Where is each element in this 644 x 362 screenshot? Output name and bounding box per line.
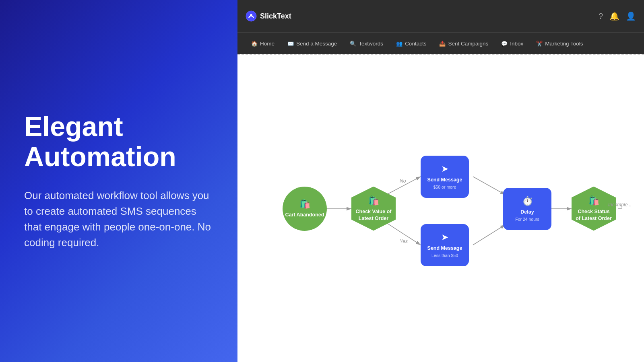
browser-icons: ? 🔔 👤: [599, 11, 636, 21]
nav-contacts-label: Contacts: [405, 41, 426, 47]
incomplete-label: Incomple...: [608, 202, 632, 208]
node-check-value[interactable]: 🛍️ Check Value of Latest Order: [351, 187, 396, 231]
check-value-icon: 🛍️: [368, 195, 379, 206]
nav-marketing-tools[interactable]: ✂️ Marketing Tools: [530, 37, 588, 50]
svg-line-9: [473, 225, 505, 245]
send-high-label: Send Message: [427, 177, 462, 183]
home-icon: 🏠: [251, 41, 258, 47]
slicktext-logo-icon: [246, 10, 257, 22]
node-check-status[interactable]: 🛍️ Check Status of Latest Order: [572, 187, 616, 231]
send-low-label: Send Message: [427, 245, 462, 251]
nav-campaigns-label: Sent Campaigns: [448, 41, 488, 47]
node-send-message-low[interactable]: ➤ Send Message Less than $50: [421, 224, 469, 266]
delay-subtitle: For 24 hours: [515, 217, 539, 222]
left-panel: Elegant Automation Our automated workflo…: [0, 0, 237, 362]
headline: Elegant Automation: [24, 111, 213, 172]
inbox-icon: 💬: [501, 41, 508, 47]
svg-text:No: No: [400, 178, 406, 184]
browser-chrome: SlickText ? 🔔 👤: [237, 0, 644, 32]
nav-inbox[interactable]: 💬 Inbox: [495, 37, 529, 50]
nav-textwords-label: Textwords: [359, 41, 383, 47]
check-status-label: Check Status of Latest Order: [576, 208, 612, 222]
cart-abandoned-label: Cart Abandoned: [285, 212, 324, 218]
brand-name: SlickText: [260, 12, 291, 21]
bell-icon[interactable]: 🔔: [609, 11, 619, 21]
nav-home-label: Home: [260, 41, 275, 47]
nav-bar: 🏠 Home ✉️ Send a Message 🔍 Textwords 👥 C…: [237, 32, 644, 54]
nav-home[interactable]: 🏠 Home: [246, 37, 280, 50]
svg-point-1: [250, 14, 252, 16]
campaigns-icon: 📤: [439, 41, 446, 47]
description: Our automated workflow tool allows you t…: [24, 188, 213, 251]
nav-send-label: Send a Message: [296, 41, 337, 47]
workflow-diagram: No Yes 🛍️ Cart Abandoned: [260, 124, 622, 293]
delay-icon: ⏱️: [522, 196, 533, 206]
delay-label: Delay: [520, 209, 534, 215]
nav-sent-campaigns[interactable]: 📤 Sent Campaigns: [433, 37, 494, 50]
contacts-icon: 👥: [396, 41, 402, 47]
check-value-label: Check Value of Latest Order: [355, 208, 392, 222]
send-low-subtitle: Less than $50: [431, 253, 458, 258]
node-send-message-high[interactable]: ➤ Send Message $50 or more: [421, 156, 469, 198]
send-icon: ✉️: [287, 41, 294, 47]
nav-send-message[interactable]: ✉️ Send a Message: [282, 37, 343, 50]
nav-textwords[interactable]: 🔍 Textwords: [344, 37, 389, 50]
check-status-icon: 🛍️: [588, 195, 599, 206]
send-high-icon: ➤: [441, 164, 448, 174]
help-icon[interactable]: ?: [599, 12, 603, 21]
browser-logo: SlickText: [246, 10, 291, 22]
send-low-icon: ➤: [441, 232, 448, 243]
marketing-icon: ✂️: [536, 41, 543, 47]
node-cart-abandoned[interactable]: 🛍️ Cart Abandoned: [283, 187, 327, 231]
svg-line-8: [473, 177, 505, 195]
user-icon[interactable]: 👤: [626, 11, 636, 21]
right-panel: SlickText ? 🔔 👤 🏠 Home ✉️ Send a Message…: [237, 0, 644, 362]
node-delay[interactable]: ⏱️ Delay For 24 hours: [503, 188, 551, 230]
svg-text:Yes: Yes: [400, 239, 408, 244]
send-high-subtitle: $50 or more: [433, 185, 456, 189]
nav-contacts[interactable]: 👥 Contacts: [390, 37, 432, 50]
canvas-area: No Yes 🛍️ Cart Abandoned: [237, 54, 644, 362]
nav-marketing-label: Marketing Tools: [545, 41, 583, 47]
nav-inbox-label: Inbox: [510, 41, 523, 47]
cart-abandoned-icon: 🛍️: [299, 199, 310, 209]
textwords-icon: 🔍: [350, 41, 356, 47]
